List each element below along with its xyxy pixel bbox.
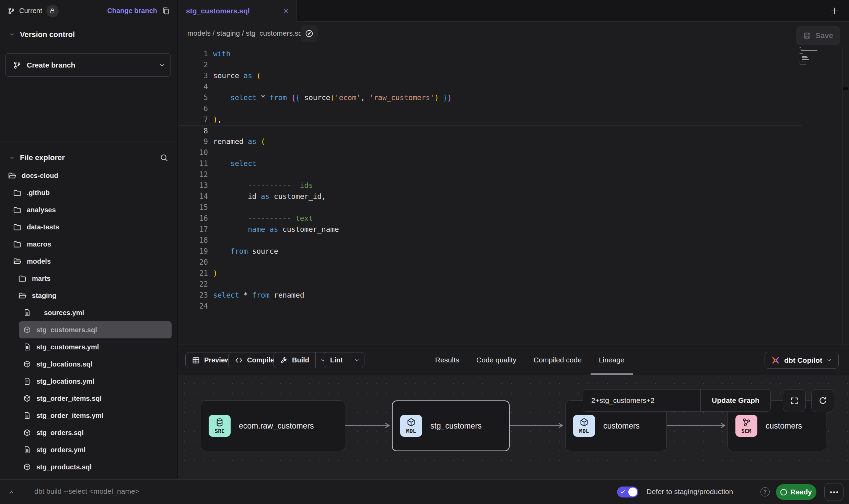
code-token: from xyxy=(252,291,270,299)
file-explorer-header[interactable]: File explorer xyxy=(9,153,168,162)
code-line-12[interactable]: 12 xyxy=(178,169,849,180)
change-branch-link[interactable]: Change branch xyxy=(107,7,157,15)
file-tree-item-data-tests[interactable]: data-tests xyxy=(0,218,177,236)
file-tree-item-stg-orders-sql[interactable]: stg_orders.sql xyxy=(0,424,177,441)
file-tree-item--github[interactable]: .github xyxy=(0,184,177,201)
code-line-14[interactable]: 14 id as customer_id, xyxy=(178,191,849,202)
command-input[interactable]: dbt build --select <model_name> xyxy=(34,487,139,495)
file-tree-item-stg-orders-yml[interactable]: stg_orders.yml xyxy=(0,441,177,458)
code-line-21[interactable]: 21) xyxy=(178,268,849,279)
code-line-13[interactable]: 13 ---------- ids xyxy=(178,180,849,191)
code-line-7[interactable]: 7), xyxy=(178,114,849,125)
close-icon[interactable] xyxy=(283,8,290,14)
update-graph-button[interactable]: Update Graph xyxy=(701,389,770,411)
model-cube-icon xyxy=(23,463,31,471)
code-line-20[interactable]: 20 xyxy=(178,257,849,268)
chevron-up-icon[interactable] xyxy=(6,487,16,497)
code-line-17[interactable]: 17 name as customer_name xyxy=(178,224,849,235)
ready-status-button[interactable]: Ready xyxy=(776,484,816,500)
code-line-6[interactable]: 6 xyxy=(178,103,849,114)
code-line-1[interactable]: 1with xyxy=(178,48,849,59)
file-tree-item-stg-locations-sql[interactable]: stg_locations.sql xyxy=(0,356,177,373)
code-line-9[interactable]: 9renamed as ( xyxy=(178,136,849,147)
lint-dropdown[interactable] xyxy=(349,352,364,368)
editor-divider xyxy=(842,46,842,345)
code-line-3[interactable]: 3source as ( xyxy=(178,70,849,81)
panel-tabs: ResultsCode qualityCompiled codeLineage xyxy=(435,345,625,375)
file-tree-item-stg-customers-yml[interactable]: stg_customers.yml xyxy=(0,338,177,356)
lineage-node-stg-customers[interactable]: MDLstg_customers xyxy=(392,400,510,451)
lineage-node-ecom-raw-customers[interactable]: SRCecom.raw_customers xyxy=(201,400,345,451)
folder-icon xyxy=(13,205,22,214)
search-icon[interactable] xyxy=(160,153,168,162)
file-tree-item-stg-locations-yml[interactable]: stg_locations.yml xyxy=(0,373,177,390)
code-line-18[interactable]: 18 xyxy=(178,235,849,246)
file-tree-item-stg-order-items-yml[interactable]: stg_order_items.yml xyxy=(0,407,177,424)
help-icon[interactable]: ? xyxy=(760,487,770,496)
file-tree-item--sources-yml[interactable]: __sources.yml xyxy=(0,304,177,321)
refresh-button[interactable] xyxy=(811,389,834,412)
code-line-24[interactable]: 24 xyxy=(178,301,849,312)
breadcrumb: models / staging / stg_customers.sql xyxy=(187,29,304,37)
code-token: ( xyxy=(330,94,335,102)
tab-lineage[interactable]: Lineage xyxy=(599,345,625,375)
file-tree-item-stg-products-sql[interactable]: stg_products.sql xyxy=(0,458,177,476)
line-number: 24 xyxy=(178,301,208,312)
fullscreen-button[interactable] xyxy=(783,389,806,412)
compass-icon[interactable] xyxy=(301,25,318,42)
tab-code-quality[interactable]: Code quality xyxy=(476,345,516,375)
more-options-button[interactable] xyxy=(824,483,844,501)
editor-pane: stg_customers.sql models / staging / stg… xyxy=(178,0,849,479)
tab-results[interactable]: Results xyxy=(435,345,459,375)
code-token: 'raw_customers' xyxy=(369,94,434,102)
code-line-8[interactable]: 8 xyxy=(178,125,802,136)
code-line-23[interactable]: 23select * from renamed xyxy=(178,290,849,301)
file-tree-item-analyses[interactable]: analyses xyxy=(0,201,177,218)
build-button[interactable]: Build xyxy=(274,352,331,368)
code-token xyxy=(265,225,270,233)
compile-label: Compile xyxy=(247,356,274,364)
file-tree-item-stg-customers-sql[interactable]: stg_customers.sql xyxy=(19,321,172,338)
defer-toggle[interactable] xyxy=(617,487,638,497)
editor-scrollbar[interactable] xyxy=(843,87,848,90)
create-branch-dropdown[interactable] xyxy=(153,53,171,76)
file-tree-item-docs-cloud[interactable]: docs-cloud xyxy=(0,167,177,184)
save-button[interactable]: Save xyxy=(796,26,840,45)
code-line-22[interactable]: 22 xyxy=(178,279,849,290)
code-editor[interactable]: 1with23source as (45 select * from {{ so… xyxy=(178,46,849,345)
file-tree-item-models[interactable]: models xyxy=(0,253,177,270)
file-doc-icon xyxy=(23,377,31,385)
code-token: select xyxy=(213,291,239,299)
lineage-panel[interactable]: SRCecom.raw_customersMDLstg_customersMDL… xyxy=(178,375,849,479)
code-line-16[interactable]: 16 ---------- text xyxy=(178,213,849,224)
tab-compiled-code[interactable]: Compiled code xyxy=(534,345,582,375)
check-icon xyxy=(620,489,626,496)
create-branch-main[interactable]: Create branch xyxy=(5,61,153,69)
code-token: source xyxy=(300,94,330,102)
file-tree-item-marts[interactable]: marts xyxy=(0,270,177,287)
version-control-header[interactable]: Version control xyxy=(9,30,75,39)
minimap[interactable] xyxy=(800,47,830,65)
code-line-5[interactable]: 5 select * from {{ source('ecom', 'raw_c… xyxy=(178,92,849,103)
lineage-selector-input[interactable]: 2+stg_customers+2 xyxy=(583,389,701,411)
compile-button[interactable]: Compile xyxy=(228,352,281,368)
code-line-10[interactable]: 10 xyxy=(178,147,849,158)
file-tree-item-staging[interactable]: staging xyxy=(0,287,177,304)
new-tab-button[interactable] xyxy=(828,5,841,17)
current-branch[interactable]: Current xyxy=(8,5,59,17)
cube-icon: MDL xyxy=(573,415,595,437)
code-line-15[interactable]: 15 xyxy=(178,202,849,213)
file-tree-item-stg-order-items-sql[interactable]: stg_order_items.sql xyxy=(0,390,177,407)
dbt-copilot-button[interactable]: dbt Copilot xyxy=(765,352,839,369)
lint-button[interactable]: Lint xyxy=(324,352,364,368)
code-token: select xyxy=(231,94,257,102)
code-line-11[interactable]: 11 select xyxy=(178,158,849,169)
code-line-19[interactable]: 19 from source xyxy=(178,246,849,257)
file-tree-item-macros[interactable]: macros xyxy=(0,236,177,253)
code-line-2[interactable]: 2 xyxy=(178,59,849,70)
create-branch-button[interactable]: Create branch xyxy=(5,53,171,77)
code-token: } xyxy=(443,94,447,102)
code-line-4[interactable]: 4 xyxy=(178,81,849,92)
copy-icon[interactable] xyxy=(161,7,170,15)
tab-stg-customers-sql[interactable]: stg_customers.sql xyxy=(178,0,297,22)
